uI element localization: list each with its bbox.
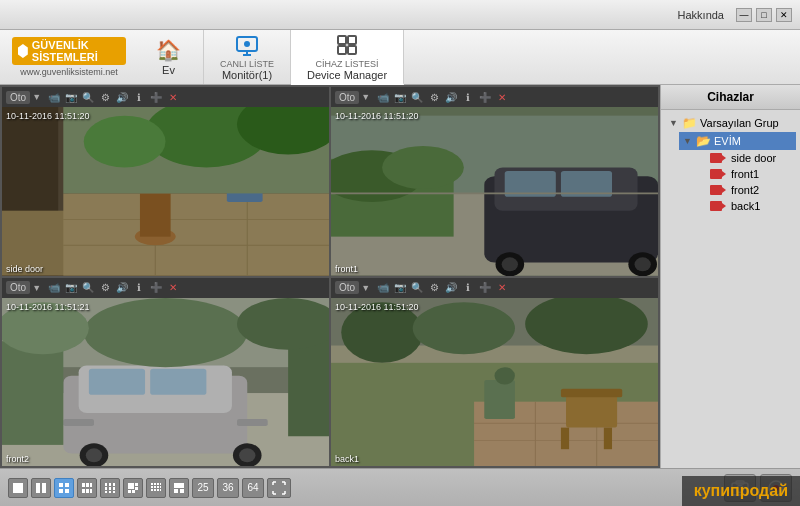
nav-item-device[interactable]: CİHAZ LİSTESİ Device Manager <box>291 30 404 85</box>
logo-badge: GÜVENLİK SİSTEMLERİ <box>12 37 126 65</box>
tree-label-default: Varsayılan Grup <box>700 117 779 129</box>
fullscreen-button[interactable] <box>267 478 291 498</box>
num-btn-25[interactable]: 25 <box>192 478 214 498</box>
layout-btn-2x3[interactable] <box>77 478 97 498</box>
num-btn-36[interactable]: 36 <box>217 478 239 498</box>
cam2-settings-icon[interactable]: ⚙ <box>427 90 441 104</box>
svg-rect-95 <box>109 487 111 490</box>
num-btn-64[interactable]: 64 <box>242 478 264 498</box>
right-panel: Cihazlar ▼ 📁 Varsayılan Grup ▼ 📂 EVİM <box>660 85 800 468</box>
svg-rect-90 <box>90 489 92 493</box>
cam1-video-icon[interactable]: 📹 <box>47 90 61 104</box>
svg-rect-6 <box>338 46 346 54</box>
svg-rect-82 <box>65 483 69 487</box>
tree-cam-icon-2 <box>710 169 722 179</box>
tree-item-side-door[interactable]: side door <box>693 150 796 166</box>
cam1-audio-icon[interactable]: 🔊 <box>115 90 129 104</box>
camera-cell-1[interactable]: Oto ▼ 📹 📷 🔍 ⚙ 🔊 ℹ ➕ ✕ 10-11-2016 11:51:2… <box>2 87 329 276</box>
watermark: купипродай <box>682 476 800 506</box>
cam2-add-icon[interactable]: ➕ <box>478 90 492 104</box>
svg-point-3 <box>244 41 250 47</box>
svg-rect-117 <box>174 483 184 488</box>
cam3-audio-icon[interactable]: 🔊 <box>115 281 129 295</box>
cam4-audio-icon[interactable]: 🔊 <box>444 281 458 295</box>
cam1-close-icon[interactable]: ✕ <box>166 90 180 104</box>
svg-rect-94 <box>105 487 107 490</box>
tree-label-front1: front1 <box>731 168 759 180</box>
minimize-button[interactable]: — <box>736 8 752 22</box>
camera-cell-3[interactable]: Oto ▼ 📹 📷 🔍 ⚙ 🔊 ℹ ➕ ✕ 10-11-2016 11:51:2… <box>2 278 329 467</box>
tree-subgroup-evim: ▼ 📂 EVİM side door <box>665 132 796 214</box>
svg-rect-88 <box>82 489 85 493</box>
cam2-audio-icon[interactable]: 🔊 <box>444 90 458 104</box>
svg-rect-91 <box>105 483 107 486</box>
cam3-arrow: ▼ <box>32 283 41 293</box>
tree-label-front2: front2 <box>731 184 759 196</box>
svg-point-33 <box>502 257 518 271</box>
cam2-close-icon[interactable]: ✕ <box>495 90 509 104</box>
cam1-add-icon[interactable]: ➕ <box>149 90 163 104</box>
monitor-icon <box>235 33 259 57</box>
cam3-toolbar: Oto ▼ 📹 📷 🔍 ⚙ 🔊 ℹ ➕ ✕ <box>2 278 329 298</box>
cam3-close-icon[interactable]: ✕ <box>166 281 180 295</box>
cam1-zoom-icon[interactable]: 🔍 <box>81 90 95 104</box>
about-label[interactable]: Hakkında <box>678 9 724 21</box>
logo-url: www.guvenliksistemi.net <box>20 67 118 77</box>
cam1-settings-icon[interactable]: ⚙ <box>98 90 112 104</box>
svg-point-38 <box>382 146 464 189</box>
tree-cam-icon-4 <box>710 201 722 211</box>
nav-item-home[interactable]: 🏠 Ev <box>134 30 204 84</box>
cam4-close-icon[interactable]: ✕ <box>495 281 509 295</box>
cam3-settings-icon[interactable]: ⚙ <box>98 281 112 295</box>
cam3-snapshot-icon[interactable]: 📷 <box>64 281 78 295</box>
cam2-zoom-icon[interactable]: 🔍 <box>410 90 424 104</box>
cam4-info-icon[interactable]: ℹ <box>461 281 475 295</box>
cam3-info-icon[interactable]: ℹ <box>132 281 146 295</box>
cam4-arrow: ▼ <box>361 283 370 293</box>
cam2-video-icon[interactable]: 📹 <box>376 90 390 104</box>
cam2-snapshot-icon[interactable]: 📷 <box>393 90 407 104</box>
camera-cell-4[interactable]: Oto ▼ 📹 📷 🔍 ⚙ 🔊 ℹ ➕ ✕ 10-11-2016 11:51:2… <box>331 278 658 467</box>
layout-btn-custom1[interactable] <box>123 478 143 498</box>
cam1-info-icon[interactable]: ℹ <box>132 90 146 104</box>
layout-btn-1x2[interactable] <box>31 478 51 498</box>
cam4-add-icon[interactable]: ➕ <box>478 281 492 295</box>
tree-item-default-group[interactable]: ▼ 📁 Varsayılan Grup <box>665 114 796 132</box>
tree-item-evim[interactable]: ▼ 📂 EVİM <box>679 132 796 150</box>
cam4-settings-icon[interactable]: ⚙ <box>427 281 441 295</box>
camera-cell-2[interactable]: Oto ▼ 📹 📷 🔍 ⚙ 🔊 ℹ ➕ ✕ 10-11-2016 11:51:2… <box>331 87 658 276</box>
svg-rect-104 <box>132 490 135 493</box>
cam4-background <box>331 298 658 467</box>
cam3-zoom-icon[interactable]: 🔍 <box>81 281 95 295</box>
cam4-snapshot-icon[interactable]: 📷 <box>393 281 407 295</box>
maximize-button[interactable]: □ <box>756 8 772 22</box>
layout-btn-custom3[interactable] <box>169 478 189 498</box>
svg-rect-110 <box>154 486 156 488</box>
home-icon: 🏠 <box>157 38 181 62</box>
layout-btn-3x3[interactable] <box>100 478 120 498</box>
svg-rect-112 <box>160 486 161 488</box>
svg-point-53 <box>239 448 255 462</box>
cam3-video-icon[interactable]: 📹 <box>47 281 61 295</box>
layout-btn-1x1[interactable] <box>8 478 28 498</box>
cam1-timestamp: 10-11-2016 11:51:20 <box>6 111 90 121</box>
svg-rect-86 <box>86 483 89 487</box>
cam4-zoom-icon[interactable]: 🔍 <box>410 281 424 295</box>
cam4-label: back1 <box>335 454 359 464</box>
tree-item-back1[interactable]: back1 <box>693 198 796 214</box>
svg-rect-84 <box>65 489 69 493</box>
tree-folder-evim-icon: 📂 <box>696 134 711 148</box>
cam4-video-icon[interactable]: 📹 <box>376 281 390 295</box>
svg-rect-101 <box>135 483 138 486</box>
layout-btn-2x2[interactable] <box>54 478 74 498</box>
tree-item-front2[interactable]: front2 <box>693 182 796 198</box>
cam1-snapshot-icon[interactable]: 📷 <box>64 90 78 104</box>
tree-item-front1[interactable]: front1 <box>693 166 796 182</box>
nav-item-monitor[interactable]: CANLI LİSTE Monitör(1) <box>204 30 291 84</box>
cam1-arrow: ▼ <box>32 92 41 102</box>
cam3-add-icon[interactable]: ➕ <box>149 281 163 295</box>
cam4-mode: Oto <box>335 281 359 294</box>
close-button[interactable]: ✕ <box>776 8 792 22</box>
cam2-info-icon[interactable]: ℹ <box>461 90 475 104</box>
layout-btn-custom2[interactable] <box>146 478 166 498</box>
